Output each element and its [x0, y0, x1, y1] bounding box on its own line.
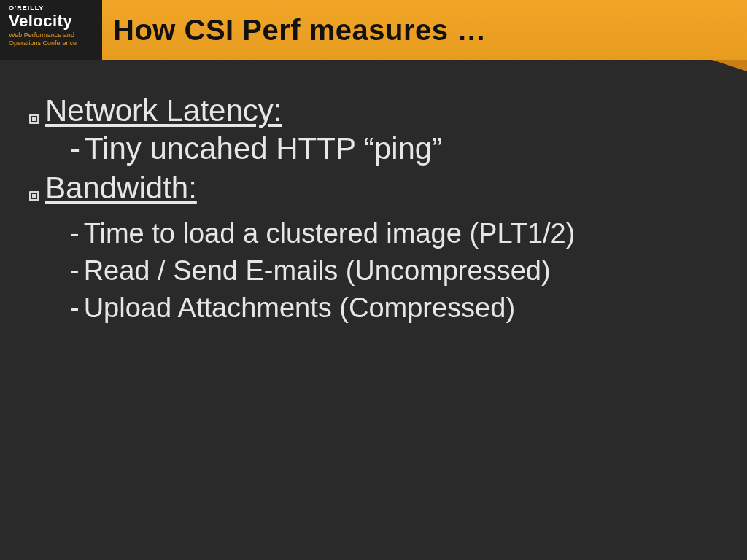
brand-label: Velocity — [9, 13, 72, 29]
section-heading: Network Latency: — [29, 93, 718, 128]
tagline-line1: Web Performance and — [9, 31, 74, 39]
list-item: -Upload Attachments (Compressed) — [70, 292, 718, 324]
tagline-line2: Operations Conference — [9, 39, 77, 47]
dash-icon: - — [70, 131, 80, 166]
slide-header: O'REILLY Velocity Web Performance and Op… — [0, 0, 747, 60]
dash-icon: - — [70, 255, 80, 286]
brand-block: O'REILLY Velocity Web Performance and Op… — [0, 0, 102, 60]
section-label: Bandwidth: — [45, 171, 197, 206]
publisher-label: O'REILLY — [9, 4, 44, 12]
section-heading: Bandwidth: — [29, 171, 718, 206]
section-bullet-icon — [29, 114, 39, 124]
slide-body: Network Latency: -Tiny uncahed HTTP “pin… — [0, 60, 747, 324]
list-item: -Read / Send E-mails (Uncompressed) — [70, 254, 718, 287]
list-item: -Time to load a clustered image (PLT1/2) — [70, 217, 718, 250]
list-item-text: Read / Send E-mails (Uncompressed) — [84, 255, 551, 286]
list-item-text: Tiny uncahed HTTP “ping” — [85, 131, 442, 166]
brand-tagline: Web Performance and Operations Conferenc… — [9, 31, 77, 47]
slide-title: How CSI Perf measures … — [113, 14, 487, 47]
section-bullet-icon — [29, 191, 39, 201]
dash-icon: - — [70, 292, 80, 323]
list-item-text: Time to load a clustered image (PLT1/2) — [84, 218, 576, 249]
list-item: -Tiny uncahed HTTP “ping” — [70, 131, 718, 166]
section-label: Network Latency: — [45, 93, 282, 128]
list-item-text: Upload Attachments (Compressed) — [84, 292, 515, 323]
dash-icon: - — [70, 218, 80, 249]
